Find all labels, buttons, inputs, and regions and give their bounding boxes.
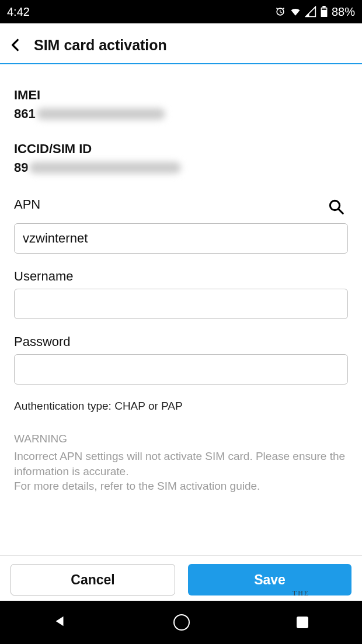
username-block: Username — [14, 269, 348, 319]
iccid-redacted — [29, 162, 181, 174]
auth-type-text: Authentication type: CHAP or PAP — [14, 400, 348, 413]
form-content: IMEI 861 ICCID/SIM ID 89 APN Username Pa… — [0, 64, 362, 494]
imei-label: IMEI — [14, 88, 348, 103]
cancel-button[interactable]: Cancel — [11, 564, 175, 595]
password-input[interactable] — [14, 354, 348, 385]
app-header: SIM card activation — [0, 27, 362, 64]
apn-input[interactable] — [14, 223, 348, 254]
iccid-block: ICCID/SIM ID 89 — [14, 141, 348, 175]
back-button[interactable] — [6, 35, 26, 55]
search-icon — [328, 198, 345, 216]
warning-block: WARNING Incorrect APN settings will not … — [14, 432, 348, 494]
circle-icon — [173, 614, 190, 631]
triangle-left-icon — [54, 615, 67, 628]
apn-label: APN — [14, 197, 40, 212]
imei-block: IMEI 861 — [14, 88, 348, 122]
battery-percent: 88% — [332, 5, 355, 19]
warning-heading: WARNING — [14, 432, 348, 445]
apn-block: APN — [14, 195, 348, 254]
status-time: 4:42 — [7, 5, 30, 19]
page-title: SIM card activation — [34, 37, 167, 54]
password-block: Password — [14, 334, 348, 385]
nav-recent-button[interactable] — [297, 617, 308, 628]
svg-rect-2 — [322, 9, 326, 10]
password-label: Password — [14, 334, 348, 349]
battery-icon — [320, 6, 328, 18]
wifi-icon — [290, 6, 301, 18]
square-icon — [297, 617, 308, 628]
nav-home-button[interactable] — [173, 614, 190, 631]
nav-back-button[interactable] — [54, 615, 67, 630]
status-bar: 4:42 88% — [0, 0, 362, 23]
iccid-value: 89 — [14, 160, 348, 175]
apn-search-button[interactable] — [325, 195, 348, 219]
imei-redacted — [37, 108, 165, 120]
username-label: Username — [14, 269, 348, 284]
signal-icon — [305, 6, 316, 18]
username-input[interactable] — [14, 289, 348, 319]
iccid-prefix: 89 — [14, 160, 28, 175]
watermark-top: THE — [254, 589, 348, 598]
imei-value: 861 — [14, 106, 348, 122]
warning-line2: For more details, refer to the SIM activ… — [14, 479, 348, 494]
alarm-icon — [274, 6, 286, 18]
chevron-left-icon — [8, 37, 23, 53]
status-icons: 88% — [274, 5, 355, 19]
imei-prefix: 861 — [14, 106, 36, 122]
svg-line-4 — [339, 209, 343, 214]
svg-rect-1 — [322, 6, 325, 8]
android-nav-bar — [0, 601, 362, 644]
iccid-label: ICCID/SIM ID — [14, 141, 348, 157]
warning-line1: Incorrect APN settings will not activate… — [14, 449, 348, 479]
